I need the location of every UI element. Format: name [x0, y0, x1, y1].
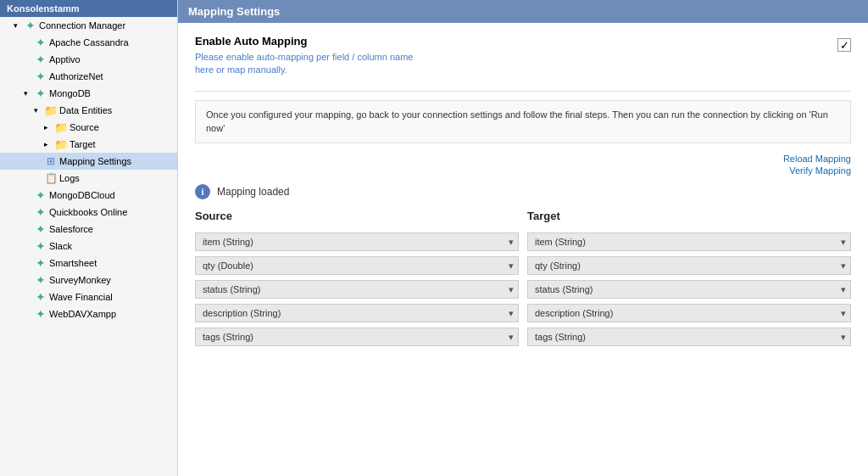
sidebar-item-label: AuthorizeNet: [49, 71, 103, 81]
sidebar-item-source[interactable]: 📁Source: [0, 119, 177, 136]
sidebar-item-label: WebDAVXampp: [49, 309, 116, 319]
logs-icon: 📋: [44, 171, 58, 185]
arrow-down-icon: [14, 21, 22, 30]
source-select-4[interactable]: tags (String): [195, 328, 519, 346]
sidebar-item-apache-cassandra[interactable]: ✦Apache Cassandra: [0, 34, 177, 51]
target-select-wrap-4[interactable]: tags (String): [527, 328, 851, 346]
source-select-wrap-3[interactable]: description (String): [195, 304, 519, 322]
folder-icon: 📁: [44, 104, 58, 117]
sidebar-item-label: MongoDBCloud: [49, 190, 115, 200]
sidebar-item-label: Mapping Settings: [59, 156, 131, 166]
sidebar-item-label: Quickbooks Online: [49, 207, 127, 217]
tree-container: ✦Connection Manager✦Apache Cassandra✦App…: [0, 17, 177, 322]
sidebar-item-authorizenet[interactable]: ✦AuthorizeNet: [0, 68, 177, 85]
sidebar-item-label: Apptivo: [49, 54, 81, 64]
sidebar-item-label: Connection Manager: [39, 20, 125, 31]
mapping-icon: ⊞: [44, 154, 58, 168]
source-select-wrap-2[interactable]: status (String): [195, 280, 519, 299]
target-select-4[interactable]: tags (String): [527, 328, 851, 346]
sidebar-item-label: Slack: [49, 241, 72, 251]
sidebar-item-label: Apache Cassandra: [49, 37, 129, 48]
target-select-2[interactable]: status (String): [527, 280, 851, 299]
sidebar: Konsolenstamm ✦Connection Manager✦Apache…: [0, 0, 178, 476]
sidebar-item-mapping-settings[interactable]: ⊞Mapping Settings: [0, 153, 177, 170]
arrow-right-icon: [44, 123, 53, 132]
target-select-wrap-2[interactable]: status (String): [527, 280, 851, 299]
plugin-green-icon: ✦: [34, 87, 47, 100]
main-header: Mapping Settings: [178, 0, 868, 23]
plugin-green-icon: ✦: [34, 188, 47, 202]
sidebar-item-data-entities[interactable]: 📁Data Entities: [0, 102, 177, 119]
target-select-wrap-1[interactable]: qty (String): [527, 256, 851, 275]
source-select-1[interactable]: qty (Double): [195, 256, 519, 275]
info-icon: i: [195, 184, 210, 199]
arrow-down-icon: [34, 106, 42, 115]
plugin-green-icon: ✦: [34, 273, 47, 287]
sidebar-item-logs[interactable]: 📋Logs: [0, 170, 177, 187]
plugin-green-icon: ✦: [34, 36, 47, 49]
action-links: Reload Mapping Verify Mapping: [195, 154, 851, 176]
source-select-wrap-1[interactable]: qty (Double): [195, 256, 519, 275]
table-row: tags (String) tags (String): [195, 328, 851, 346]
sidebar-item-surveymonkey[interactable]: ✦SurveyMonkey: [0, 272, 177, 288]
arrow-right-icon: [44, 140, 53, 148]
source-header: Source: [195, 210, 519, 226]
sidebar-item-label: Wave Financial: [49, 292, 113, 302]
sidebar-item-label: Smartsheet: [49, 258, 97, 268]
table-row: status (String) status (String): [195, 280, 851, 299]
sidebar-item-label: Source: [70, 122, 99, 132]
sidebar-item-apptivo[interactable]: ✦Apptivo: [0, 51, 177, 68]
plugin-green-icon: ✦: [34, 307, 47, 321]
plugin-green-icon: ✦: [24, 19, 37, 32]
sidebar-item-wave-financial[interactable]: ✦Wave Financial: [0, 288, 177, 305]
verify-mapping-link[interactable]: Verify Mapping: [195, 165, 851, 176]
divider-1: [195, 91, 851, 92]
sidebar-item-label: SurveyMonkey: [49, 275, 111, 285]
sidebar-item-label: Data Entities: [59, 105, 112, 115]
target-select-1[interactable]: qty (String): [527, 256, 851, 275]
auto-mapping-text: Enable Auto Mapping Please enable auto-m…: [195, 35, 413, 77]
source-select-3[interactable]: description (String): [195, 304, 519, 322]
target-select-wrap-0[interactable]: item (String): [527, 232, 851, 251]
source-select-wrap-0[interactable]: item (String): [195, 232, 519, 251]
table-row: item (String) item (String): [195, 232, 851, 251]
sidebar-item-quickbooks-online[interactable]: ✦Quickbooks Online: [0, 204, 177, 221]
main-title: Mapping Settings: [188, 5, 280, 18]
plugin-green-icon: ✦: [34, 53, 47, 66]
sidebar-item-mongodb[interactable]: ✦MongoDB: [0, 85, 177, 102]
sidebar-item-salesforce[interactable]: ✦Salesforce: [0, 221, 177, 238]
sidebar-item-smartsheet[interactable]: ✦Smartsheet: [0, 255, 177, 272]
mapping-status-text: Mapping loaded: [217, 186, 289, 198]
sidebar-item-webdavxampp[interactable]: ✦WebDAVXampp: [0, 305, 177, 322]
sidebar-item-mongodbcloud[interactable]: ✦MongoDBCloud: [0, 187, 177, 204]
source-select-wrap-4[interactable]: tags (String): [195, 328, 519, 346]
mapping-column-headers: Source Target: [195, 210, 851, 226]
plugin-green-icon: ✦: [34, 256, 47, 270]
sidebar-item-label: Target: [70, 139, 96, 149]
sidebar-item-connection-manager[interactable]: ✦Connection Manager: [0, 17, 177, 34]
folder-icon: 📁: [54, 137, 68, 151]
auto-mapping-checkbox[interactable]: ✓: [837, 38, 851, 52]
auto-mapping-title: Enable Auto Mapping: [195, 35, 413, 48]
auto-mapping-section: Enable Auto Mapping Please enable auto-m…: [195, 35, 851, 77]
source-select-0[interactable]: item (String): [195, 232, 519, 251]
auto-mapping-checkbox-area[interactable]: ✓: [837, 35, 851, 52]
root-label: Konsolenstamm: [7, 3, 80, 14]
target-select-3[interactable]: description (String): [527, 304, 851, 322]
source-select-2[interactable]: status (String): [195, 280, 519, 299]
sidebar-item-label: MongoDB: [49, 88, 91, 98]
target-select-wrap-3[interactable]: description (String): [527, 304, 851, 322]
target-header: Target: [527, 210, 851, 226]
plugin-green-icon: ✦: [34, 239, 47, 253]
sidebar-item-slack[interactable]: ✦Slack: [0, 238, 177, 255]
arrow-down-icon: [24, 89, 32, 98]
sidebar-item-target[interactable]: 📁Target: [0, 136, 177, 153]
reload-mapping-link[interactable]: Reload Mapping: [195, 154, 851, 164]
main-panel: Mapping Settings Enable Auto Mapping Ple…: [178, 0, 868, 476]
sidebar-item-label: Logs: [59, 173, 80, 183]
table-row: description (String) description (String…: [195, 304, 851, 322]
folder-icon: 📁: [54, 120, 68, 134]
plugin-green-icon: ✦: [34, 70, 47, 83]
target-select-0[interactable]: item (String): [527, 232, 851, 251]
plugin-green-icon: ✦: [34, 205, 47, 219]
